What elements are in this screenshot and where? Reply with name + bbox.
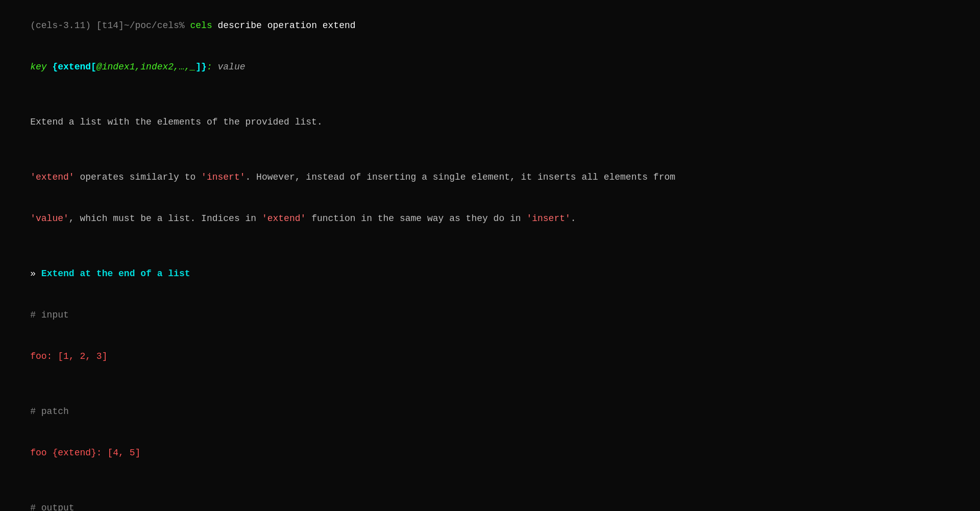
key-colon: : (207, 62, 212, 72)
section1-patch-value: foo {extend}: [4, 5] (30, 448, 140, 458)
desc2-end: . However, instead of inserting a single… (246, 172, 676, 182)
section1-arrow: » (30, 269, 36, 279)
section1-patch-foo: foo {extend}: [4, 5] (8, 432, 972, 474)
blank-line-3 (8, 239, 972, 253)
blank-line-2 (8, 143, 972, 157)
terminal: (cels-3.11) [t14]~/poc/cels% cels descri… (8, 5, 972, 511)
desc3-mid2: function in the same way as they do in (306, 213, 526, 224)
desc3-extend-quote: 'extend' (262, 213, 306, 224)
section1-input-foo: foo: [1, 2, 3] (8, 336, 972, 377)
blank-line-1 (8, 88, 972, 102)
desc-line-3: 'value', which must be a list. Indices i… (8, 198, 972, 239)
key-value: value (212, 62, 246, 72)
key-line: key {extend[@index1,index2,…,_]}: value (8, 46, 972, 88)
section1-foo-value: foo: [1, 2, 3] (30, 351, 107, 361)
desc2-mid: operates similarly to (75, 172, 201, 182)
blank-line-5 (8, 474, 972, 488)
section1-input-comment: # input (30, 310, 69, 320)
key-bold-close: ]} (195, 62, 207, 72)
desc3-value-quote: 'value' (30, 213, 69, 224)
section1-comment-patch: # patch (8, 391, 972, 432)
section1-output-comment: # output (30, 503, 74, 511)
desc3-period: . (571, 213, 576, 224)
section1-title: Extend at the end of a list (36, 269, 190, 279)
blank-line-4 (8, 377, 972, 391)
key-label: key (30, 62, 52, 72)
command-cels: cels (190, 20, 212, 31)
section1-header: » Extend at the end of a list (8, 253, 972, 295)
key-indices: @index1,index2,…,_ (96, 62, 195, 72)
section1-comment-output: # output (8, 488, 972, 511)
desc3-mid1: , which must be a list. Indices in (69, 213, 262, 224)
desc3-insert-quote: 'insert' (526, 213, 570, 224)
command-args: describe operation extend (212, 20, 356, 31)
section1-comment-input: # input (8, 295, 972, 336)
desc2-extend-quote: 'extend' (30, 172, 74, 182)
prompt-text: (cels-3.11) [t14]~/poc/cels% (30, 20, 190, 31)
key-bold-open: {extend[ (52, 62, 96, 72)
desc2-insert-quote: 'insert' (201, 172, 245, 182)
desc-line-2: 'extend' operates similarly to 'insert'.… (8, 157, 972, 198)
desc-line-1: Extend a list with the elements of the p… (8, 102, 972, 143)
section1-patch-comment: # patch (30, 406, 69, 417)
prompt-line: (cels-3.11) [t14]~/poc/cels% cels descri… (8, 5, 972, 46)
desc-text-1: Extend a list with the elements of the p… (30, 117, 323, 127)
